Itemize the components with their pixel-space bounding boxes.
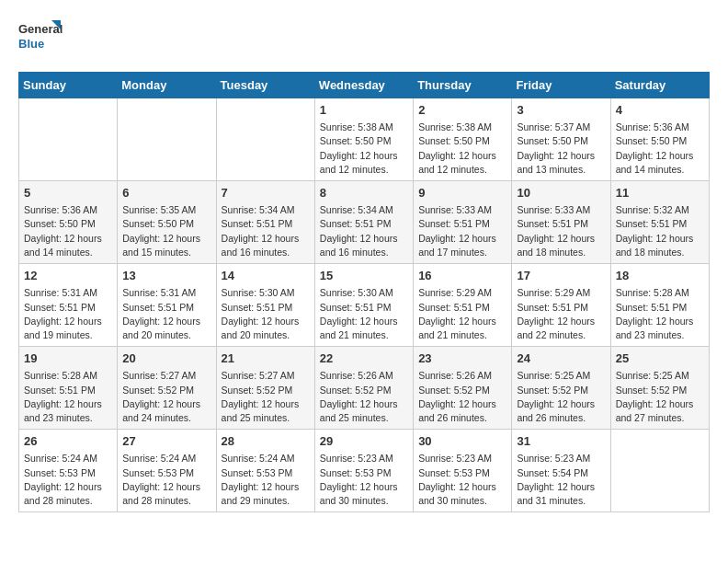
calendar-cell: 26Sunrise: 5:24 AM Sunset: 5:53 PM Dayli…: [19, 430, 118, 512]
day-number: 3: [517, 102, 605, 119]
day-info: Sunrise: 5:31 AM Sunset: 5:51 PM Dayligh…: [122, 286, 210, 342]
page-header: General Blue: [18, 18, 710, 57]
day-number: 2: [418, 102, 506, 119]
header-day: Monday: [118, 73, 216, 98]
day-info: Sunrise: 5:32 AM Sunset: 5:51 PM Dayligh…: [616, 203, 704, 259]
day-info: Sunrise: 5:29 AM Sunset: 5:51 PM Dayligh…: [418, 286, 506, 342]
day-number: 5: [24, 185, 112, 201]
day-info: Sunrise: 5:34 AM Sunset: 5:51 PM Dayligh…: [222, 203, 310, 259]
calendar-cell: 16Sunrise: 5:29 AM Sunset: 5:51 PM Dayli…: [414, 264, 512, 347]
day-info: Sunrise: 5:26 AM Sunset: 5:52 PM Dayligh…: [418, 369, 506, 425]
day-number: 13: [122, 268, 210, 284]
day-number: 20: [122, 350, 210, 367]
day-info: Sunrise: 5:28 AM Sunset: 5:51 PM Dayligh…: [24, 369, 112, 425]
calendar-week-row: 1Sunrise: 5:38 AM Sunset: 5:50 PM Daylig…: [19, 98, 710, 181]
logo: General Blue: [18, 18, 64, 57]
calendar-cell: 12Sunrise: 5:31 AM Sunset: 5:51 PM Dayli…: [19, 264, 118, 347]
day-info: Sunrise: 5:23 AM Sunset: 5:53 PM Dayligh…: [418, 452, 506, 508]
calendar-cell: 17Sunrise: 5:29 AM Sunset: 5:51 PM Dayli…: [512, 264, 610, 347]
day-number: 22: [320, 350, 408, 367]
calendar-cell: 8Sunrise: 5:34 AM Sunset: 5:51 PM Daylig…: [314, 181, 413, 264]
day-number: 10: [517, 185, 605, 201]
day-info: Sunrise: 5:38 AM Sunset: 5:50 PM Dayligh…: [418, 121, 506, 177]
calendar-cell: 20Sunrise: 5:27 AM Sunset: 5:52 PM Dayli…: [118, 347, 216, 430]
day-number: 9: [418, 185, 506, 201]
day-info: Sunrise: 5:24 AM Sunset: 5:53 PM Dayligh…: [222, 452, 310, 508]
calendar-week-row: 12Sunrise: 5:31 AM Sunset: 5:51 PM Dayli…: [19, 264, 710, 347]
calendar-cell: 13Sunrise: 5:31 AM Sunset: 5:51 PM Dayli…: [118, 264, 216, 347]
day-number: 6: [122, 185, 210, 201]
day-number: 21: [222, 350, 310, 367]
calendar-cell: 30Sunrise: 5:23 AM Sunset: 5:53 PM Dayli…: [414, 430, 512, 512]
calendar-cell: 6Sunrise: 5:35 AM Sunset: 5:50 PM Daylig…: [118, 181, 216, 264]
day-info: Sunrise: 5:25 AM Sunset: 5:52 PM Dayligh…: [517, 369, 605, 425]
day-number: 31: [517, 433, 605, 450]
calendar-cell: 27Sunrise: 5:24 AM Sunset: 5:53 PM Dayli…: [118, 430, 216, 512]
header-day: Friday: [512, 73, 610, 98]
day-info: Sunrise: 5:27 AM Sunset: 5:52 PM Dayligh…: [122, 369, 210, 425]
header-day: Tuesday: [216, 73, 314, 98]
day-number: 18: [616, 268, 704, 284]
day-info: Sunrise: 5:27 AM Sunset: 5:52 PM Dayligh…: [222, 369, 310, 425]
day-number: 15: [320, 268, 408, 284]
day-number: 7: [222, 185, 310, 201]
header-day: Sunday: [19, 73, 118, 98]
header-row: SundayMondayTuesdayWednesdayThursdayFrid…: [19, 73, 710, 98]
calendar-cell: 2Sunrise: 5:38 AM Sunset: 5:50 PM Daylig…: [414, 98, 512, 181]
calendar-week-row: 5Sunrise: 5:36 AM Sunset: 5:50 PM Daylig…: [19, 181, 710, 264]
calendar-cell: 29Sunrise: 5:23 AM Sunset: 5:53 PM Dayli…: [314, 430, 413, 512]
calendar-cell: 1Sunrise: 5:38 AM Sunset: 5:50 PM Daylig…: [314, 98, 413, 181]
calendar-cell: 15Sunrise: 5:30 AM Sunset: 5:51 PM Dayli…: [314, 264, 413, 347]
day-info: Sunrise: 5:36 AM Sunset: 5:50 PM Dayligh…: [24, 203, 112, 259]
calendar-cell: 11Sunrise: 5:32 AM Sunset: 5:51 PM Dayli…: [610, 181, 709, 264]
calendar-cell: 22Sunrise: 5:26 AM Sunset: 5:52 PM Dayli…: [314, 347, 413, 430]
calendar-cell: 19Sunrise: 5:28 AM Sunset: 5:51 PM Dayli…: [19, 347, 118, 430]
calendar-table: SundayMondayTuesdayWednesdayThursdayFrid…: [18, 72, 710, 512]
day-info: Sunrise: 5:24 AM Sunset: 5:53 PM Dayligh…: [24, 452, 112, 508]
logo-svg: General Blue: [18, 18, 64, 57]
day-number: 26: [24, 433, 112, 450]
calendar-cell: 4Sunrise: 5:36 AM Sunset: 5:50 PM Daylig…: [610, 98, 709, 181]
day-number: 24: [517, 350, 605, 367]
day-info: Sunrise: 5:37 AM Sunset: 5:50 PM Dayligh…: [517, 121, 605, 177]
day-info: Sunrise: 5:30 AM Sunset: 5:51 PM Dayligh…: [222, 286, 310, 342]
day-info: Sunrise: 5:23 AM Sunset: 5:54 PM Dayligh…: [517, 452, 605, 508]
day-number: 14: [222, 268, 310, 284]
calendar-cell: 7Sunrise: 5:34 AM Sunset: 5:51 PM Daylig…: [216, 181, 314, 264]
day-info: Sunrise: 5:30 AM Sunset: 5:51 PM Dayligh…: [320, 286, 408, 342]
day-info: Sunrise: 5:33 AM Sunset: 5:51 PM Dayligh…: [517, 203, 605, 259]
day-number: 30: [418, 433, 506, 450]
day-number: 12: [24, 268, 112, 284]
calendar-cell: 14Sunrise: 5:30 AM Sunset: 5:51 PM Dayli…: [216, 264, 314, 347]
day-info: Sunrise: 5:33 AM Sunset: 5:51 PM Dayligh…: [418, 203, 506, 259]
header-day: Saturday: [610, 73, 709, 98]
header-day: Thursday: [414, 73, 512, 98]
calendar-cell: 23Sunrise: 5:26 AM Sunset: 5:52 PM Dayli…: [414, 347, 512, 430]
day-number: 27: [122, 433, 210, 450]
day-number: 16: [418, 268, 506, 284]
calendar-cell: [216, 98, 314, 181]
day-number: 29: [320, 433, 408, 450]
calendar-cell: 9Sunrise: 5:33 AM Sunset: 5:51 PM Daylig…: [414, 181, 512, 264]
calendar-cell: [610, 430, 709, 512]
day-number: 19: [24, 350, 112, 367]
calendar-cell: 24Sunrise: 5:25 AM Sunset: 5:52 PM Dayli…: [512, 347, 610, 430]
day-number: 1: [320, 102, 408, 119]
calendar-cell: [118, 98, 216, 181]
day-info: Sunrise: 5:38 AM Sunset: 5:50 PM Dayligh…: [320, 121, 408, 177]
day-number: 11: [616, 185, 704, 201]
calendar-cell: 21Sunrise: 5:27 AM Sunset: 5:52 PM Dayli…: [216, 347, 314, 430]
header-day: Wednesday: [314, 73, 413, 98]
day-number: 17: [517, 268, 605, 284]
day-info: Sunrise: 5:29 AM Sunset: 5:51 PM Dayligh…: [517, 286, 605, 342]
day-info: Sunrise: 5:24 AM Sunset: 5:53 PM Dayligh…: [122, 452, 210, 508]
svg-text:Blue: Blue: [18, 37, 44, 51]
day-info: Sunrise: 5:36 AM Sunset: 5:50 PM Dayligh…: [616, 121, 704, 177]
day-info: Sunrise: 5:25 AM Sunset: 5:52 PM Dayligh…: [616, 369, 704, 425]
day-info: Sunrise: 5:26 AM Sunset: 5:52 PM Dayligh…: [320, 369, 408, 425]
day-info: Sunrise: 5:28 AM Sunset: 5:51 PM Dayligh…: [616, 286, 704, 342]
day-info: Sunrise: 5:34 AM Sunset: 5:51 PM Dayligh…: [320, 203, 408, 259]
day-info: Sunrise: 5:23 AM Sunset: 5:53 PM Dayligh…: [320, 452, 408, 508]
day-number: 8: [320, 185, 408, 201]
calendar-cell: 10Sunrise: 5:33 AM Sunset: 5:51 PM Dayli…: [512, 181, 610, 264]
